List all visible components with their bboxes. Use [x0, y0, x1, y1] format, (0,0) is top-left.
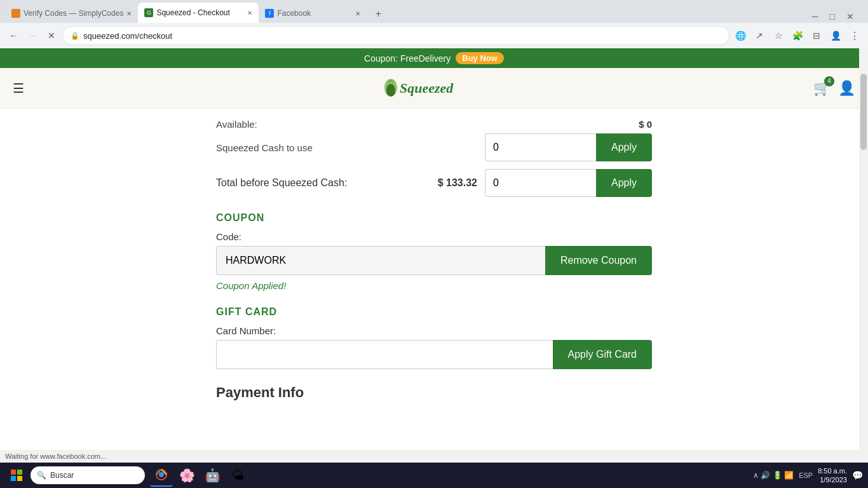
header-icons: 🛒 4 👤	[813, 80, 855, 97]
tab2-favicon: G	[144, 8, 153, 17]
payment-info-title: Payment Info	[216, 384, 652, 401]
tab3-favicon: f	[265, 9, 274, 18]
svg-text:Squeezed: Squeezed	[400, 80, 454, 96]
restore-icon[interactable]: □	[826, 10, 839, 23]
cash-amount-input[interactable]	[485, 133, 596, 161]
taskbar-chrome[interactable]	[150, 464, 173, 487]
available-amount: $ 0	[639, 119, 652, 130]
svg-rect-3	[11, 470, 16, 475]
gift-card-section: GIFT CARD Card Number: Apply Gift Card	[216, 306, 652, 369]
cart-badge: 4	[824, 76, 834, 86]
extensions-icon[interactable]: 🧩	[789, 27, 806, 44]
profile-icon[interactable]: 👤	[827, 27, 844, 44]
taskbar-apps: 🌸 🤖 🌤	[150, 464, 249, 487]
squeezed-logo-svg: Squeezed	[381, 72, 457, 104]
tab3-label: Facebook	[277, 9, 352, 18]
new-tab-button[interactable]: +	[369, 5, 387, 23]
site-header: ☰ Squeezed 🛒 4 👤	[0, 68, 868, 109]
cash-to-use-label: Squeezed Cash to use	[216, 142, 313, 153]
taskbar-weather[interactable]: 🌤	[226, 464, 249, 487]
apply-cash-button[interactable]: Apply	[596, 133, 652, 161]
tab-verify-codes[interactable]: Verify Codes — SimplyCodes ✕	[5, 4, 138, 23]
browser-chrome: Verify Codes — SimplyCodes ✕ G Squeezed …	[0, 0, 868, 48]
translate-icon[interactable]: 🌐	[732, 27, 749, 44]
taskbar-tray: ∧ 🔊 🔋 📶 ESP 8:50 a.m. 1/9/2023 💬	[753, 466, 863, 485]
gift-card-input[interactable]	[216, 340, 553, 369]
total-label: Total before Squeezed Cash:	[216, 177, 347, 189]
search-placeholder: Buscar	[50, 471, 74, 480]
tab2-close[interactable]: ✕	[247, 10, 252, 17]
taskbar-android[interactable]: 🤖	[201, 464, 224, 487]
menu-icon[interactable]: ⋮	[846, 27, 863, 44]
tab1-label: Verify Codes — SimplyCodes	[24, 9, 123, 18]
address-field[interactable]: 🔒 squeezed.com/checkout	[62, 26, 729, 45]
buy-now-button[interactable]: Buy Now	[456, 52, 504, 64]
notification-icon[interactable]: 💬	[852, 470, 863, 480]
svg-point-2	[386, 84, 395, 97]
start-button[interactable]	[5, 464, 28, 487]
cart-icon-wrap[interactable]: 🛒 4	[813, 80, 831, 97]
coupon-code-label: Code:	[216, 231, 652, 242]
taskbar-flowers[interactable]: 🌸	[175, 464, 198, 487]
svg-rect-6	[17, 476, 22, 481]
page-content: Coupon: FreeDelivery Buy Now ☰ Squeezed …	[0, 48, 868, 414]
apply-total-button[interactable]: Apply	[596, 169, 652, 197]
gift-card-title: GIFT CARD	[216, 306, 652, 318]
remove-coupon-button[interactable]: Remove Coupon	[545, 246, 652, 275]
svg-rect-4	[17, 470, 22, 475]
coupon-code-input[interactable]	[216, 246, 545, 275]
tab1-close[interactable]: ✕	[126, 10, 132, 17]
cash-total-input[interactable]	[485, 169, 596, 197]
tray-icons: ∧ 🔊 🔋 📶	[753, 471, 794, 480]
lock-icon: 🔒	[71, 32, 79, 40]
cash-use-row: Squeezed Cash to use Apply	[216, 133, 652, 161]
browser-status-bar: Waiting for www.facebook.com...	[0, 450, 859, 463]
taskbar-search-box[interactable]: 🔍 Buscar	[31, 466, 145, 484]
apply-gift-card-button[interactable]: Apply Gift Card	[553, 340, 652, 369]
gift-card-input-row: Apply Gift Card	[216, 340, 652, 369]
minimize-icon[interactable]: ─	[808, 10, 822, 23]
window-controls: ─ □ ✕	[808, 10, 863, 23]
tab-facebook[interactable]: f Facebook ✕	[259, 4, 367, 23]
logo-area: Squeezed	[24, 72, 813, 104]
promo-text: Coupon: FreeDelivery	[364, 53, 451, 64]
cash-available-row: Available: $ 0	[216, 119, 652, 130]
sidebar-icon[interactable]: ⊟	[808, 27, 825, 44]
tab2-label: Squeezed - Checkout	[156, 8, 244, 17]
bookmark-icon[interactable]: ☆	[770, 27, 787, 44]
loading-status: Waiting for www.facebook.com...	[5, 452, 106, 460]
scrollbar[interactable]	[859, 48, 868, 463]
coupon-input-row: Remove Coupon	[216, 246, 652, 275]
svg-point-8	[159, 472, 164, 477]
search-icon: 🔍	[37, 471, 46, 480]
close-icon[interactable]: ✕	[843, 10, 858, 23]
address-bar-row: ← → ✕ 🔒 squeezed.com/checkout 🌐 ↗ ☆ 🧩 ⊟ …	[0, 23, 868, 48]
scrollbar-thumb[interactable]	[860, 74, 867, 150]
back-button[interactable]: ←	[5, 27, 22, 44]
clock: 8:50 a.m. 1/9/2023	[818, 466, 847, 485]
date-display: 1/9/2023	[818, 475, 847, 484]
share-icon[interactable]: ↗	[751, 27, 768, 44]
hamburger-menu[interactable]: ☰	[13, 81, 24, 96]
tab-bar: Verify Codes — SimplyCodes ✕ G Squeezed …	[0, 0, 868, 23]
total-amount: $ 133.32	[438, 177, 477, 189]
promo-banner: Coupon: FreeDelivery Buy Now	[0, 48, 868, 68]
url-text: squeezed.com/checkout	[83, 31, 721, 41]
checkout-content: Available: $ 0 Squeezed Cash to use Appl…	[0, 109, 868, 414]
time-display: 8:50 a.m.	[818, 466, 847, 475]
language-indicator: ESP	[799, 471, 813, 479]
coupon-section: COUPON Code: Remove Coupon Coupon Applie…	[216, 212, 652, 291]
tab-squeezed-checkout[interactable]: G Squeezed - Checkout ✕	[138, 3, 259, 23]
coupon-title: COUPON	[216, 212, 652, 224]
user-icon[interactable]: 👤	[838, 80, 855, 97]
reload-button[interactable]: ✕	[43, 27, 60, 44]
taskbar: 🔍 Buscar 🌸 🤖 🌤 ∧ 🔊 🔋 📶 ESP 8:50 a.m. 1/9…	[0, 463, 868, 488]
total-row: Total before Squeezed Cash: $ 133.32 App…	[216, 169, 652, 197]
payment-info-section: Payment Info	[216, 384, 652, 401]
tab1-favicon	[11, 9, 20, 18]
tab3-close[interactable]: ✕	[355, 10, 360, 17]
cash-input-group: Apply	[485, 133, 652, 161]
available-label: Available:	[216, 119, 257, 130]
svg-rect-5	[11, 476, 16, 481]
forward-button[interactable]: →	[24, 27, 41, 44]
